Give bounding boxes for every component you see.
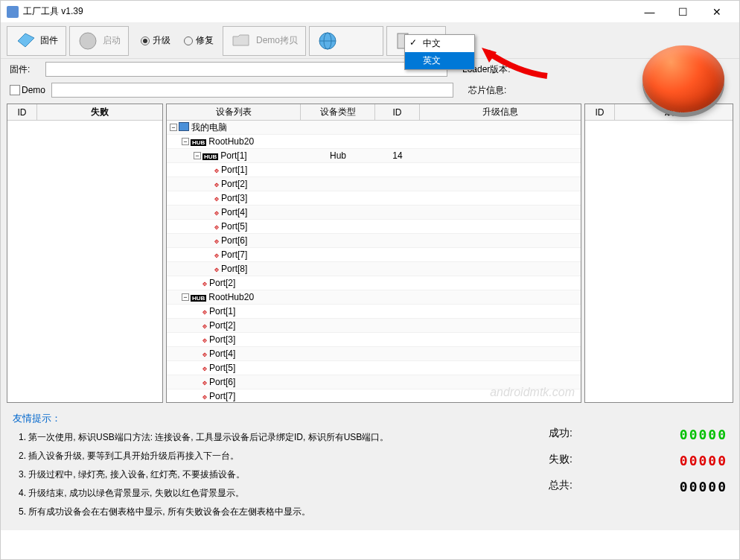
start-button[interactable]: 启动	[69, 26, 129, 56]
tree-node-icon: HUB	[191, 136, 206, 147]
stat-success-value: 00000	[680, 427, 727, 442]
window-controls: — ☐ ✕	[633, 1, 733, 23]
tree-row[interactable]: ⟐Port[4]	[167, 206, 581, 220]
tree-toggle-icon[interactable]: −	[182, 293, 189, 301]
device-panel: 设备列表 设备类型 ID 升级信息 −我的电脑−HUBRootHub20−HUB…	[166, 104, 581, 403]
big-red-button[interactable]	[642, 45, 732, 120]
tree-node-icon: ⟐	[214, 207, 219, 217]
success-panel: ID 成功	[584, 104, 733, 403]
tree-node-icon: ⟐	[202, 377, 207, 387]
language-button[interactable]	[309, 26, 383, 56]
tree-node-icon	[179, 122, 189, 133]
tree-node-icon: ⟐	[214, 179, 219, 189]
tree-row[interactable]: ⟐Port[6]	[167, 234, 581, 248]
tree-row[interactable]: −我的电脑	[167, 121, 581, 135]
tree-toggle-icon[interactable]: −	[170, 124, 177, 131]
svg-marker-0	[18, 34, 34, 47]
window-title: 工厂工具 v1.39	[23, 5, 633, 18]
upgrade-info-header[interactable]: 升级信息	[420, 104, 581, 120]
upgrade-radio[interactable]: 升级	[141, 34, 170, 47]
tree-row[interactable]: ⟐Port[2]	[167, 177, 581, 191]
tips-list: 1. 第一次使用, 标识USB端口方法: 连接设备, 工具显示设备后记录绑定ID…	[13, 431, 549, 518]
demo-copy-button[interactable]: Demo拷贝	[223, 26, 306, 56]
firmware-row: 固件: Loader版本:	[1, 59, 739, 80]
success-body	[585, 121, 733, 402]
close-button[interactable]: ✕	[700, 1, 733, 23]
tree-node-icon: ⟐	[214, 235, 219, 246]
watermark: androidmtk.com	[490, 386, 575, 399]
tree-node-icon: ⟐	[214, 193, 219, 203]
demo-checkbox[interactable]: Demo	[10, 85, 45, 96]
chip-label: 芯片信息:	[468, 84, 506, 97]
tips-section: 友情提示： 1. 第一次使用, 标识USB端口方法: 连接设备, 工具显示设备后…	[13, 412, 549, 524]
tree-row[interactable]: ⟐Port[4]	[167, 347, 581, 361]
tree-row[interactable]: ⟐Port[1]	[167, 163, 581, 177]
firmware-input[interactable]	[45, 62, 447, 77]
tree-row[interactable]: ⟐Port[2]	[167, 319, 581, 333]
tree-row[interactable]: ⟐Port[3]	[167, 333, 581, 347]
fail-body	[7, 121, 162, 402]
stats-section: 成功: 00000 失败: 00000 总共: 00000	[549, 412, 727, 524]
fail-panel: ID 失败	[7, 104, 163, 403]
repair-radio[interactable]: 修复	[184, 34, 214, 47]
language-english-item[interactable]: 英文	[405, 52, 474, 69]
svg-point-1	[80, 33, 96, 49]
tree-row[interactable]: −HUBPort[1]Hub14	[167, 149, 581, 163]
language-chinese-item[interactable]: ✓ 中文	[405, 35, 474, 52]
devtype-header[interactable]: 设备类型	[301, 104, 375, 120]
mode-radio-group: 升级 修复	[141, 34, 214, 47]
tree-toggle-icon[interactable]: −	[182, 138, 189, 145]
demo-input[interactable]	[51, 83, 453, 98]
tips-title: 友情提示：	[13, 412, 549, 425]
titlebar: 工厂工具 v1.39 — ☐ ✕	[1, 1, 739, 23]
tip-3: 3. 升级过程中, 绿灯亮, 接入设备, 红灯亮, 不要拔插设备。	[19, 468, 549, 481]
tree-row[interactable]: ⟐Port[2]	[167, 276, 581, 290]
tree-node-icon: ⟐	[214, 264, 219, 274]
tree-toggle-icon[interactable]: −	[194, 152, 201, 159]
devlist-header[interactable]: 设备列表	[167, 104, 301, 120]
firmware-button[interactable]: 固件	[7, 26, 66, 56]
success-id-header[interactable]: ID	[585, 104, 615, 120]
stat-fail-row: 失败: 00000	[549, 453, 727, 468]
fail-id-header[interactable]: ID	[7, 104, 37, 120]
tree-node-icon: ⟐	[202, 349, 207, 359]
firmware-icon	[15, 31, 36, 51]
tree-row[interactable]: ⟐Port[5]	[167, 361, 581, 375]
tree-node-icon: ⟐	[214, 165, 219, 175]
stat-total-row: 总共: 00000	[549, 479, 727, 494]
tree-row[interactable]: ⟐Port[7]	[167, 248, 581, 262]
start-label: 启动	[103, 34, 121, 47]
fail-header[interactable]: 失败	[37, 104, 162, 120]
minimize-button[interactable]: —	[633, 1, 666, 23]
red-arrow-annotation	[480, 46, 555, 83]
tree-node-icon: HUB	[202, 150, 218, 161]
check-icon: ✓	[409, 37, 417, 48]
devid-header[interactable]: ID	[375, 104, 420, 120]
language-dropdown: ✓ 中文 英文	[404, 34, 475, 70]
app-icon	[7, 6, 19, 18]
bottom-area: 友情提示： 1. 第一次使用, 标识USB端口方法: 连接设备, 工具显示设备后…	[1, 406, 739, 530]
stat-fail-value: 00000	[680, 453, 727, 468]
stat-total-value: 00000	[680, 479, 727, 494]
red-button-icon	[642, 45, 724, 112]
tree-node-icon: ⟐	[214, 221, 219, 232]
tree-row[interactable]: ⟐Port[5]	[167, 220, 581, 234]
tip-2: 2. 插入设备升级, 要等到工具开始升级后再接入下一台。	[19, 450, 549, 462]
tree-row[interactable]: ⟐Port[8]	[167, 262, 581, 276]
tree-row[interactable]: ⟐Port[1]	[167, 305, 581, 319]
svg-marker-6	[482, 48, 497, 63]
demo-copy-label: Demo拷贝	[256, 34, 298, 47]
globe-icon	[317, 31, 338, 51]
tree-row[interactable]: ⟐Port[3]	[167, 191, 581, 206]
start-icon	[77, 31, 98, 51]
tree-row[interactable]: −HUBRootHub20	[167, 290, 581, 305]
device-tree[interactable]: −我的电脑−HUBRootHub20−HUBPort[1]Hub14⟐Port[…	[167, 121, 581, 402]
toolbar: 固件 启动 升级 修复 Demo拷贝 退出	[1, 23, 739, 59]
tip-5: 5. 所有成功设备会在右侧表格中显示, 所有失败设备会在左侧表格中显示。	[19, 506, 549, 518]
tree-node-icon: ⟐	[202, 391, 207, 401]
maximize-button[interactable]: ☐	[666, 1, 700, 23]
tree-node-icon: ⟐	[202, 363, 207, 373]
tree-node-icon: ⟐	[202, 334, 207, 345]
tree-row[interactable]: −HUBRootHub20	[167, 135, 581, 149]
tree-node-icon: ⟐	[214, 249, 219, 260]
